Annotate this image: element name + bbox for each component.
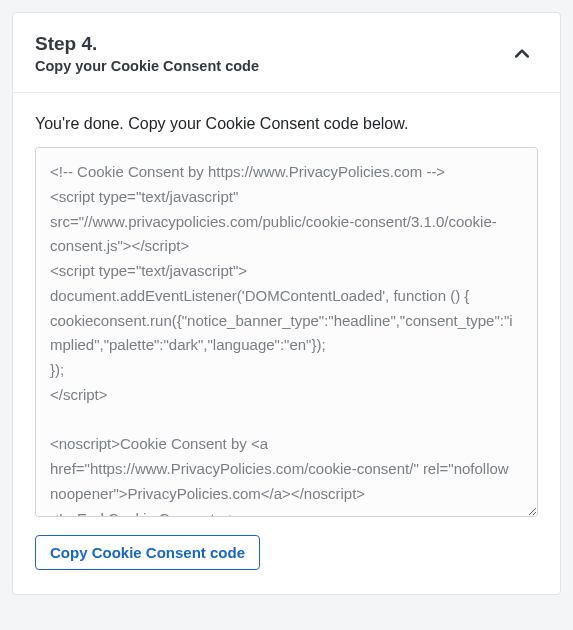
step-subtitle: Copy your Cookie Consent code: [35, 58, 506, 74]
chevron-up-icon: [512, 44, 532, 64]
collapse-toggle[interactable]: [506, 38, 538, 70]
instruction-text: You're done. Copy your Cookie Consent co…: [35, 115, 538, 133]
copy-code-button[interactable]: Copy Cookie Consent code: [35, 535, 260, 570]
card-body: You're done. Copy your Cookie Consent co…: [13, 93, 560, 594]
card-header: Step 4. Copy your Cookie Consent code: [13, 13, 560, 93]
step-title: Step 4.: [35, 33, 506, 55]
step-card: Step 4. Copy your Cookie Consent code Yo…: [12, 12, 561, 595]
code-textarea[interactable]: [35, 147, 538, 517]
header-text: Step 4. Copy your Cookie Consent code: [35, 33, 506, 74]
